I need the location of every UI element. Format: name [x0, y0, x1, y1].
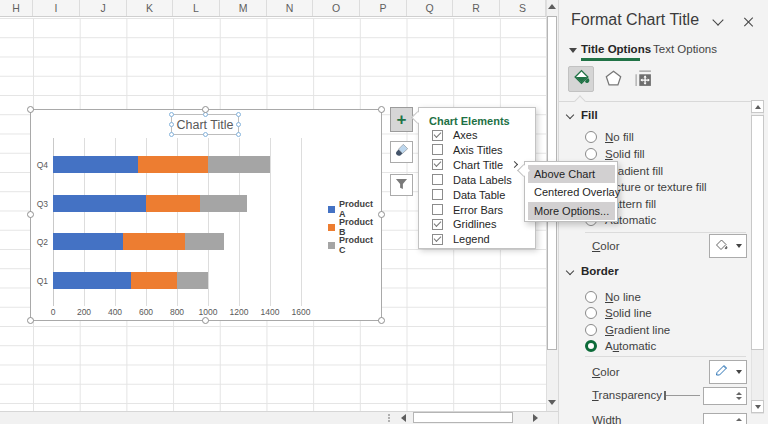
- chart-element-item[interactable]: Error Bars: [432, 203, 503, 217]
- bar-row[interactable]: [53, 195, 247, 212]
- bar-row[interactable]: [53, 156, 270, 173]
- radio-button[interactable]: [585, 131, 597, 143]
- column-header[interactable]: O: [313, 0, 360, 16]
- scroll-down-icon[interactable]: [548, 400, 556, 405]
- chart-resize-handle[interactable]: [202, 106, 209, 113]
- checkbox[interactable]: [432, 159, 443, 170]
- checkbox[interactable]: [432, 144, 443, 155]
- radio-button[interactable]: [585, 324, 597, 336]
- scroll-up-icon[interactable]: [548, 4, 556, 9]
- title-handle[interactable]: [203, 132, 208, 137]
- column-header[interactable]: Q: [407, 0, 453, 16]
- splitter-dots-icon[interactable]: [388, 414, 390, 422]
- tab-title-options[interactable]: Title Options: [581, 43, 651, 55]
- scroll-left-icon[interactable]: [401, 414, 406, 422]
- checkbox[interactable]: [432, 174, 443, 185]
- submenu-item[interactable]: Above Chart: [528, 165, 615, 183]
- pane-scroll-down-button[interactable]: [751, 400, 764, 413]
- radio-button[interactable]: [585, 291, 597, 303]
- fill-option[interactable]: Solid fill: [585, 146, 645, 162]
- pane-scroll-up-button[interactable]: [751, 100, 764, 113]
- spin-down-icon[interactable]: [736, 397, 742, 400]
- bar-segment[interactable]: [177, 272, 208, 289]
- title-handle[interactable]: [169, 112, 174, 117]
- column-header[interactable]: S: [500, 0, 546, 16]
- title-handle[interactable]: [169, 122, 174, 127]
- border-option[interactable]: No line: [585, 289, 641, 305]
- bar-segment[interactable]: [53, 195, 146, 212]
- border-collapse-chevron-icon[interactable]: [566, 267, 574, 275]
- column-header[interactable]: N: [267, 0, 313, 16]
- title-handle[interactable]: [236, 122, 241, 127]
- scroll-right-icon[interactable]: [533, 414, 538, 422]
- bar-segment[interactable]: [53, 272, 131, 289]
- column-header[interactable]: H: [0, 0, 33, 16]
- radio-button[interactable]: [585, 148, 597, 160]
- chart-element-item[interactable]: Axes: [432, 128, 477, 142]
- checkbox[interactable]: [432, 130, 443, 141]
- fill-color-button[interactable]: [709, 234, 747, 258]
- bar-row[interactable]: [53, 233, 224, 250]
- border-option[interactable]: Solid line: [585, 305, 652, 321]
- bar-row[interactable]: [53, 272, 208, 289]
- fill-collapse-chevron-icon[interactable]: [566, 111, 574, 119]
- spin-up-icon[interactable]: [736, 418, 742, 421]
- border-section-title[interactable]: Border: [581, 265, 619, 277]
- chart-element-item[interactable]: Gridlines: [432, 217, 496, 231]
- bar-segment[interactable]: [138, 156, 208, 173]
- spin-up-icon[interactable]: [736, 392, 742, 395]
- column-header[interactable]: L: [173, 0, 220, 16]
- pane-close-icon[interactable]: [743, 16, 754, 27]
- fill-section-title[interactable]: Fill: [581, 109, 598, 121]
- column-header[interactable]: P: [360, 0, 407, 16]
- chart-elements-button[interactable]: +: [390, 107, 413, 132]
- chart-element-item[interactable]: Axis Titles: [432, 143, 503, 157]
- chart-resize-handle[interactable]: [27, 317, 34, 324]
- bar-segment[interactable]: [208, 156, 270, 173]
- chart-resize-handle[interactable]: [27, 106, 34, 113]
- chart-resize-handle[interactable]: [202, 317, 209, 324]
- border-option[interactable]: Gradient line: [585, 322, 670, 338]
- sheet-hscroll-thumb[interactable]: [413, 412, 513, 423]
- chart-element-item[interactable]: Data Labels: [432, 173, 512, 187]
- title-handle[interactable]: [169, 132, 174, 137]
- checkbox[interactable]: [432, 219, 443, 230]
- bar-segment[interactable]: [200, 195, 247, 212]
- bar-segment[interactable]: [185, 233, 224, 250]
- submenu-item[interactable]: More Options...: [528, 202, 615, 220]
- size-properties-tab-button[interactable]: [630, 67, 656, 93]
- column-header[interactable]: K: [127, 0, 173, 16]
- checkbox[interactable]: [432, 189, 443, 200]
- border-option[interactable]: Automatic: [585, 338, 656, 354]
- column-header[interactable]: R: [453, 0, 500, 16]
- title-handle[interactable]: [236, 132, 241, 137]
- legend-item[interactable]: Product C: [328, 239, 381, 251]
- bar-segment[interactable]: [131, 272, 178, 289]
- effects-tab-button[interactable]: [600, 67, 626, 93]
- chart[interactable]: 02004006008001000120014001600Q4Q3Q2Q1 Ch…: [30, 109, 382, 321]
- submenu-item[interactable]: Centered Overlay: [528, 183, 615, 201]
- pane-scroll-thumb[interactable]: [751, 115, 764, 350]
- checkbox[interactable]: [432, 234, 443, 245]
- chart-element-item[interactable]: Data Table: [432, 188, 505, 202]
- bar-segment[interactable]: [146, 195, 200, 212]
- checkbox[interactable]: [432, 204, 443, 215]
- title-handle[interactable]: [236, 112, 241, 117]
- chart-resize-handle[interactable]: [378, 211, 385, 218]
- column-header[interactable]: M: [220, 0, 267, 16]
- chart-resize-handle[interactable]: [378, 106, 385, 113]
- transparency-input[interactable]: [703, 387, 747, 405]
- bar-segment[interactable]: [53, 156, 138, 173]
- radio-button[interactable]: [585, 307, 597, 319]
- column-header[interactable]: I: [33, 0, 80, 16]
- chart-styles-button[interactable]: [390, 141, 413, 163]
- submenu-arrow-icon[interactable]: [511, 161, 518, 168]
- chart-filters-button[interactable]: [390, 174, 413, 196]
- radio-button[interactable]: [585, 340, 597, 352]
- legend-item[interactable]: Product A: [328, 203, 381, 215]
- chart-element-item[interactable]: Legend: [432, 232, 490, 246]
- chart-element-item[interactable]: Chart Title: [432, 158, 503, 172]
- fill-line-tab-button[interactable]: [568, 66, 594, 92]
- transparency-slider-track[interactable]: [666, 395, 700, 396]
- pane-collapse-chevron-icon[interactable]: [712, 14, 723, 25]
